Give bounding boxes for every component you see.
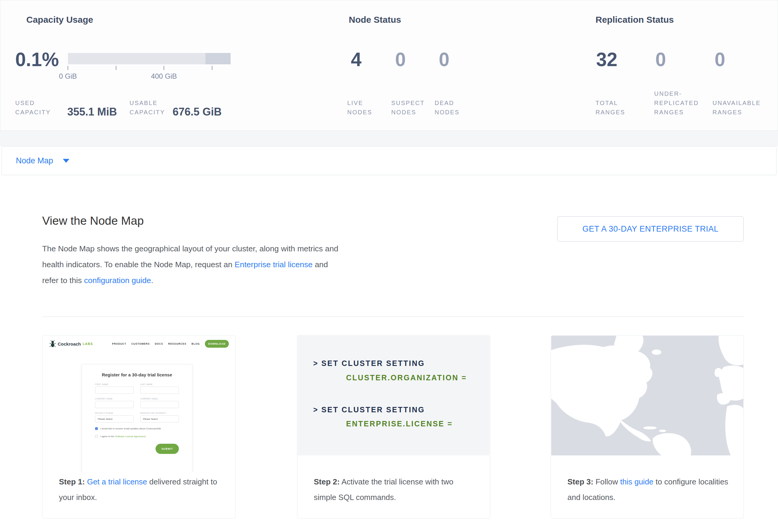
step2-card: > SET CLUSTER SETTING CLUSTER.ORGANIZATI… <box>297 335 490 519</box>
replication-status-title: Replication Status <box>596 15 674 25</box>
form-fields: FIRST NAME LAST NAME COMPANY NAME COMPAN… <box>95 383 179 423</box>
tick-label-zero: 0 GiB <box>50 72 86 80</box>
this-guide-link[interactable]: this guide <box>620 477 653 486</box>
capacity-usage-title: Capacity Usage <box>26 15 93 25</box>
field-label: REASON FOR INTEREST <box>140 412 179 414</box>
submit-button: SUBMIT <box>156 444 179 454</box>
checkbox-label: I would like to receive email updates ab… <box>100 427 161 430</box>
node-map-preview: 1 geo=sfo 2 Nodes 9% CAPACITY 3.2 GiB 35… <box>551 336 743 455</box>
enterprise-trial-license-link[interactable]: Enterprise trial license <box>235 260 313 269</box>
nav-item: PRODUCT <box>112 342 126 345</box>
used-capacity-value: 355.1 MiB <box>67 105 117 118</box>
mini-site-nav: PRODUCT CUSTOMERS DOCS RESOURCES BLOG DO… <box>112 340 229 348</box>
email-updates-checkbox-row: ✓ I would like to receive email updates … <box>95 427 179 430</box>
unchecked-checkbox-icon <box>95 435 98 438</box>
unavailable-ranges-label: UNAVAILABLE RANGES <box>712 98 761 117</box>
live-nodes-label: LIVE NODES <box>347 98 372 117</box>
nav-item: DOCS <box>155 342 163 345</box>
sql-code-block: > SET CLUSTER SETTING CLUSTER.ORGANIZATI… <box>298 336 490 455</box>
download-button: DOWNLOAD <box>205 340 229 348</box>
brand-name: Cockroach <box>58 341 81 347</box>
under-replicated-value: 0 <box>655 49 666 70</box>
intro-paragraph: The Node Map shows the geographical layo… <box>42 241 338 289</box>
checked-checkbox-icon: ✓ <box>95 427 98 430</box>
used-capacity-label: USED CAPACITY <box>15 98 51 117</box>
dead-nodes-label: DEAD NODES <box>435 98 460 117</box>
total-ranges-value: 32 <box>596 49 617 70</box>
usable-capacity-value: 676.5 GiB <box>173 105 222 118</box>
mini-site-header: Cockroach LABS PRODUCT CUSTOMERS DOCS RE… <box>49 339 229 348</box>
sql-prompt-line: > SET CLUSTER SETTING <box>313 359 425 368</box>
company-email-field <box>140 401 179 408</box>
sql-prompt-line: > SET CLUSTER SETTING <box>313 405 425 414</box>
world-map <box>551 336 743 455</box>
project-phase-select: Please Select <box>95 415 134 423</box>
live-nodes-value: 4 <box>351 49 362 70</box>
tick-mark <box>212 66 212 70</box>
get-trial-license-link[interactable]: Get a trial license <box>87 477 147 486</box>
tick-mark <box>116 66 116 70</box>
configuration-guide-link[interactable]: configuration guide <box>84 276 151 285</box>
first-name-field <box>95 387 134 394</box>
under-replicated-label: UNDER- REPLICATED RANGES <box>654 89 699 117</box>
enterprise-trial-button[interactable]: GET A 30-DAY ENTERPRISE TRIAL <box>557 216 744 241</box>
node-status-title: Node Status <box>349 15 401 25</box>
section-divider-band <box>0 131 778 146</box>
step-label: Step 1: <box>59 477 85 486</box>
step3-caption: Step 3: Follow this guide to configure l… <box>567 474 732 505</box>
step-label: Step 3: <box>567 477 594 486</box>
dead-nodes-value: 0 <box>439 49 450 70</box>
tick-label-400: 400 GiB <box>146 72 182 80</box>
chevron-down-icon <box>63 159 69 163</box>
suspect-nodes-label: SUSPECT NODES <box>391 98 425 117</box>
step-label: Step 2: <box>314 477 340 486</box>
sql-arg-line: CLUSTER.ORGANIZATION = <box>346 373 467 382</box>
step-text: Follow <box>594 477 620 486</box>
nav-item: BLOG <box>191 342 200 345</box>
step2-caption: Step 2: Activate the trial license with … <box>314 474 478 505</box>
capacity-bar-tail <box>206 53 231 64</box>
nodemap-dropdown-label: Node Map <box>16 156 53 165</box>
nav-item: RESOURCES <box>168 342 186 345</box>
brand-suffix: LABS <box>83 342 93 346</box>
trial-license-form: Register for a 30-day trial license FIRS… <box>82 364 192 472</box>
total-ranges-label: TOTAL RANGES <box>596 98 625 117</box>
nav-item: CUSTOMERS <box>131 342 150 345</box>
field-label: COMPANY EMAIL <box>140 398 179 400</box>
capacity-percent: 0.1% <box>15 49 59 70</box>
nodemap-dropdown[interactable]: Node Map <box>1 146 777 175</box>
sql-arg-line: ENTERPRISE.LICENSE = <box>346 420 453 428</box>
tick-mark <box>68 66 68 70</box>
capacity-bar <box>68 53 231 64</box>
unavailable-ranges-value: 0 <box>715 49 725 70</box>
checkbox-label: I agree to the Software License Agreemen… <box>100 435 146 438</box>
form-title: Register for a 30-day trial license <box>95 372 179 377</box>
license-agreement-link: Software License Agreement. <box>115 435 146 438</box>
tick-mark <box>164 66 164 70</box>
step3-card: 1 geo=sfo 2 Nodes 9% CAPACITY 3.2 GiB 35… <box>551 335 744 519</box>
registration-screenshot: Cockroach LABS PRODUCT CUSTOMERS DOCS RE… <box>43 336 235 472</box>
cockroach-bug-icon <box>49 340 56 348</box>
field-label: FIRST NAME <box>95 383 134 385</box>
cluster-summary-panel: Capacity Usage 0.1% 0 GiB 400 GiB USED C… <box>0 0 778 131</box>
license-agreement-checkbox-row: I agree to the Software License Agreemen… <box>95 435 179 438</box>
step1-card: Cockroach LABS PRODUCT CUSTOMERS DOCS RE… <box>42 335 235 519</box>
field-label: COMPANY NAME <box>95 398 134 400</box>
intro-text: . <box>151 276 153 285</box>
cockroach-labs-logo: Cockroach LABS <box>49 340 93 348</box>
reason-select: Please Select <box>140 415 179 423</box>
cluster-overview-page: Capacity Usage 0.1% 0 GiB 400 GiB USED C… <box>0 0 778 532</box>
field-label: PROJECT PHASE <box>95 412 134 414</box>
step1-caption: Step 1: Get a trial license delivered st… <box>59 474 223 505</box>
field-label: LAST NAME <box>140 383 179 385</box>
company-name-field <box>95 401 134 408</box>
usable-capacity-label: USABLE CAPACITY <box>130 98 165 117</box>
suspect-nodes-value: 0 <box>395 49 406 70</box>
last-name-field <box>140 387 179 394</box>
page-title: View the Node Map <box>42 214 144 227</box>
